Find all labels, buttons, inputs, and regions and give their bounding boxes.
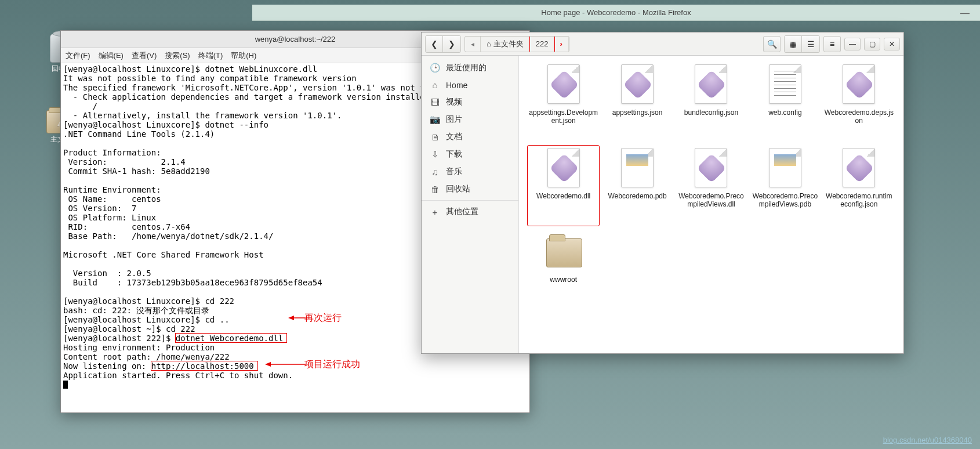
sidebar-item[interactable]: ⌂Home — [422, 77, 518, 93]
sidebar-label: 图片 — [446, 114, 462, 125]
minimize-icon[interactable]: — — [960, 8, 970, 19]
window-maximize-button[interactable]: ▢ — [864, 38, 880, 50]
file-icon — [547, 148, 580, 187]
sidebar-label: 最近使用的 — [446, 63, 487, 73]
file-label: Webcoredemo.pdb — [608, 192, 667, 200]
window-close-button[interactable]: ✕ — [884, 38, 900, 50]
folder-icon — [546, 238, 582, 267]
menu-terminal[interactable]: 终端(T) — [198, 50, 223, 61]
file-label: Webcoredemo.PrecompiledViews.pdb — [750, 192, 819, 208]
file-icon — [769, 64, 801, 104]
file-label: appsettings.Development.json — [529, 108, 598, 125]
sidebar-item[interactable]: ♫音乐 — [422, 163, 518, 180]
sidebar-label: 其他位置 — [446, 207, 478, 217]
file-manager-toolbar: ❮ ❯ ◂ ⌂主文件夹 222 › 🔍 ▦ ☰ ≡ — ▢ ✕ — [422, 32, 903, 56]
file-icon — [621, 64, 654, 104]
sidebar-label: Home — [446, 81, 467, 90]
list-view-button[interactable]: ☰ — [802, 36, 819, 52]
file-item[interactable]: Webcoredemo.PrecompiledViews.pdb — [749, 145, 821, 226]
forward-button[interactable]: ❯ — [443, 36, 460, 52]
sidebar-item[interactable]: 🕒最近使用的 — [422, 59, 518, 77]
file-item[interactable]: web.config — [749, 61, 821, 143]
sidebar-item[interactable]: +其他位置 — [422, 200, 518, 220]
sidebar-label: 回收站 — [446, 184, 470, 194]
file-label: wwwroot — [550, 276, 577, 284]
menu-file[interactable]: 文件(F) — [66, 50, 90, 61]
svg-marker-1 — [288, 316, 294, 320]
file-icon — [695, 64, 727, 104]
search-icon: 🔍 — [767, 39, 777, 49]
file-grid[interactable]: appsettings.Development.jsonappsettings.… — [519, 56, 903, 353]
file-icon — [547, 64, 580, 104]
home-icon: ⌂ — [487, 39, 491, 48]
menu-edit[interactable]: 编辑(E) — [99, 50, 124, 61]
sidebar-label: 音乐 — [446, 166, 462, 177]
file-item[interactable]: appsettings.Development.json — [527, 61, 600, 143]
firefox-title: Home page - Webcoredemo - Mozilla Firefo… — [541, 8, 691, 17]
sidebar-item[interactable]: 📷图片 — [422, 111, 518, 128]
breadcrumb-back-icon[interactable]: ◂ — [465, 37, 481, 52]
sidebar-item[interactable]: 🗑回收站 — [422, 180, 518, 198]
file-label: appsettings.json — [612, 108, 663, 117]
grid-view-button[interactable]: ▦ — [785, 36, 802, 52]
file-label: Webcoredemo.dll — [536, 192, 590, 200]
sidebar-icon: 🕒 — [430, 63, 440, 73]
menu-help[interactable]: 帮助(H) — [231, 50, 256, 61]
sidebar-icon: ♫ — [430, 167, 440, 177]
sidebar-label: 文档 — [446, 132, 462, 142]
breadcrumb-home[interactable]: ⌂主文件夹 — [481, 37, 530, 52]
file-item[interactable]: appsettings.json — [601, 61, 673, 143]
menu-view[interactable]: 查看(V) — [132, 50, 157, 61]
file-label: web.config — [768, 108, 801, 117]
firefox-titlebar: Home page - Webcoredemo - Mozilla Firefo… — [252, 5, 980, 21]
file-item[interactable]: Webcoredemo.runtimeconfig.json — [823, 145, 895, 226]
file-icon — [695, 148, 727, 187]
file-manager-sidebar: 🕒最近使用的⌂Home🎞视频📷图片🗎文档⇩下载♫音乐🗑回收站+其他位置 — [422, 56, 519, 353]
search-button[interactable]: 🔍 — [763, 36, 781, 52]
file-icon — [621, 148, 654, 187]
file-item[interactable]: bundleconfig.json — [675, 61, 747, 143]
file-label: bundleconfig.json — [684, 108, 738, 117]
file-icon — [769, 148, 801, 187]
sidebar-icon: ⌂ — [430, 80, 440, 90]
menu-button[interactable]: ≡ — [823, 36, 841, 52]
file-item[interactable]: Webcoredemo.pdb — [601, 145, 673, 226]
file-item[interactable]: Webcoredemo.dll — [527, 145, 600, 226]
window-minimize-button[interactable]: — — [844, 38, 861, 50]
sidebar-icon: ⇩ — [430, 149, 440, 160]
breadcrumb-current[interactable]: 222 — [529, 36, 555, 52]
back-button[interactable]: ❮ — [426, 36, 443, 52]
menu-search[interactable]: 搜索(S) — [165, 50, 190, 61]
terminal-title: wenya@localhost:~/222 — [255, 35, 336, 44]
sidebar-label: 下载 — [446, 149, 462, 160]
file-icon — [843, 64, 875, 104]
file-icon — [843, 148, 875, 187]
file-item[interactable]: Webcoredemo.deps.json — [823, 61, 895, 143]
sidebar-icon: 🗑 — [430, 184, 440, 194]
sidebar-icon: 🎞 — [430, 97, 440, 107]
sidebar-item[interactable]: ⇩下载 — [422, 146, 518, 163]
sidebar-icon: + — [430, 207, 440, 217]
sidebar-item[interactable]: 🗎文档 — [422, 128, 518, 146]
breadcrumb-bar: ◂ ⌂主文件夹 222 › — [464, 36, 569, 52]
file-item[interactable]: wwwroot — [527, 229, 600, 310]
file-label: Webcoredemo.PrecompiledViews.dll — [677, 192, 746, 208]
file-item[interactable]: Webcoredemo.PrecompiledViews.dll — [675, 145, 747, 226]
sidebar-icon: 🗎 — [430, 132, 440, 142]
watermark: blog.csdn.net/u014368040 — [883, 436, 972, 444]
file-label: Webcoredemo.runtimeconfig.json — [825, 192, 894, 208]
svg-marker-3 — [265, 362, 271, 367]
file-label: Webcoredemo.deps.json — [825, 108, 894, 125]
file-manager-window: ❮ ❯ ◂ ⌂主文件夹 222 › 🔍 ▦ ☰ ≡ — ▢ ✕ 🕒最近使用的⌂H… — [421, 32, 904, 354]
sidebar-item[interactable]: 🎞视频 — [422, 93, 518, 111]
sidebar-icon: 📷 — [430, 114, 440, 125]
sidebar-label: 视频 — [446, 97, 462, 107]
breadcrumb-more-icon[interactable]: › — [554, 37, 569, 52]
